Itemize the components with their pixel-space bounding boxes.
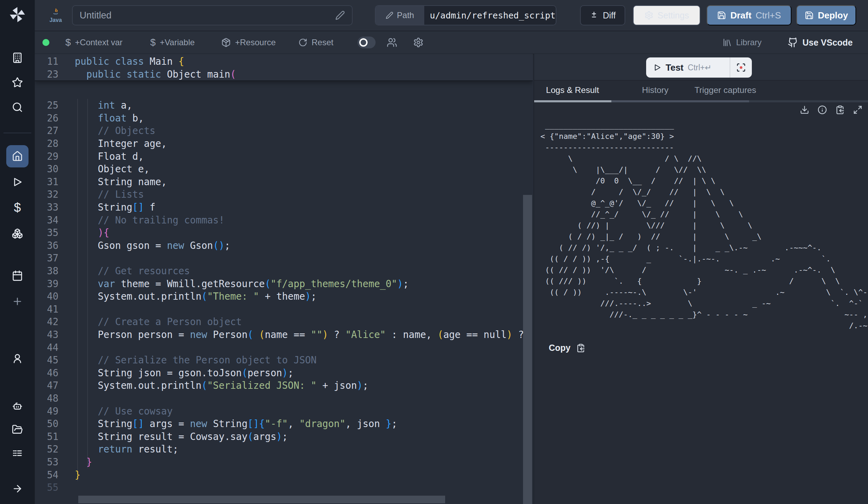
code-editor[interactable]: 25 int a,26 float b,27 // Objects28 Inte… xyxy=(35,54,533,504)
download-result-button[interactable] xyxy=(800,105,809,115)
add-variable-button[interactable]: $ +Variable xyxy=(150,31,195,54)
package-icon xyxy=(221,38,231,47)
edit-title-icon[interactable] xyxy=(335,10,345,20)
copy-result-button[interactable] xyxy=(835,105,845,115)
code-line: 29 Float d, xyxy=(35,150,533,163)
editor-settings-button[interactable] xyxy=(413,31,424,54)
code-line: 35 ){ xyxy=(35,226,533,239)
line-number: 41 xyxy=(35,304,58,315)
sidebar-item-user[interactable] xyxy=(6,347,29,370)
sidebar-item-play[interactable] xyxy=(6,171,29,193)
expand-result-button[interactable] xyxy=(853,105,862,115)
sidebar-item-building[interactable] xyxy=(6,47,29,69)
code-text: } xyxy=(75,469,81,480)
sidebar-item-home[interactable] xyxy=(6,145,29,167)
user-icon xyxy=(12,353,23,364)
use-vscode-button[interactable]: Use VScode xyxy=(788,31,853,54)
code-line: 11public class Main { xyxy=(35,55,533,68)
sticky-scroll: 11public class Main {23 public static Ob… xyxy=(35,54,533,81)
code-line: 36 Gson gson = new Gson(); xyxy=(35,239,533,252)
windmill-logo-icon[interactable] xyxy=(8,6,26,24)
sidebar-item-boxes[interactable] xyxy=(6,222,29,245)
save-draft-button[interactable]: Draft Ctrl+S xyxy=(707,5,791,25)
add-resource-button[interactable]: +Resource xyxy=(221,31,276,54)
deploy-button[interactable]: Deploy xyxy=(796,5,856,25)
line-number: 29 xyxy=(35,151,58,162)
code-line: 47 System.out.println("Serialized JSON: … xyxy=(35,379,533,392)
line-number: 27 xyxy=(35,125,58,136)
toggle-switch[interactable] xyxy=(357,37,376,48)
code-text: // Create a Person object xyxy=(75,316,242,327)
reset-button[interactable]: Reset xyxy=(298,31,333,54)
sidebar-item-dollar[interactable]: $ xyxy=(6,197,29,219)
editor-horizontal-scrollbar[interactable] xyxy=(78,496,445,503)
sidebar-item-list[interactable] xyxy=(6,442,29,464)
code-text: // Get resources xyxy=(75,265,190,276)
test-button-main[interactable]: Test Ctrl+↵ xyxy=(646,62,730,73)
line-number: 31 xyxy=(35,176,58,187)
sidebar-item-settings[interactable] xyxy=(6,371,29,393)
sidebar: $ xyxy=(0,0,35,504)
folder-open-icon xyxy=(12,424,23,435)
sidebar-item-bot[interactable] xyxy=(6,395,29,417)
library-button[interactable]: Library xyxy=(722,31,762,54)
sidebar-item-calendar[interactable] xyxy=(6,265,29,287)
code-line: 48 xyxy=(35,392,533,405)
diff-button[interactable]: Diff xyxy=(580,5,625,25)
top-bar: Java Untitled Path u/admin/refreshed_scr… xyxy=(35,0,868,31)
line-number: 35 xyxy=(35,227,58,238)
add-resource-label: +Resource xyxy=(235,38,276,47)
tabbar-secondary xyxy=(611,100,749,102)
sidebar-divider xyxy=(3,133,31,133)
gear-icon xyxy=(644,11,653,20)
collaborators-button[interactable] xyxy=(387,31,397,54)
code-line: 27 // Objects xyxy=(35,124,533,137)
code-line: 43 Person person = new Person( (name == … xyxy=(35,328,533,341)
line-number: 23 xyxy=(35,69,58,80)
line-number: 43 xyxy=(35,329,58,340)
editor-vertical-scrollbar[interactable] xyxy=(523,195,532,504)
tab-trigger-captures[interactable]: Trigger captures xyxy=(694,85,756,95)
code-text: public static Object main( xyxy=(75,69,236,80)
tab-logs-result[interactable]: Logs & Result xyxy=(546,85,599,95)
draft-shortcut: Ctrl+S xyxy=(756,10,781,21)
code-line: 25 int a, xyxy=(35,99,533,112)
test-row: Test Ctrl+↵ xyxy=(534,54,868,81)
code-text: return result; xyxy=(75,443,178,455)
java-language-icon: Java xyxy=(47,5,65,26)
sidebar-item-search[interactable] xyxy=(6,96,29,118)
line-number: 54 xyxy=(35,469,58,480)
clipboard-icon xyxy=(576,344,585,353)
line-number: 51 xyxy=(35,431,58,442)
line-number: 52 xyxy=(35,443,58,455)
sidebar-item-plus[interactable] xyxy=(6,290,29,313)
assistant-toggle[interactable] xyxy=(357,31,376,54)
sidebar-item-star[interactable] xyxy=(6,71,29,94)
code-text: Gson gson = new Gson(); xyxy=(75,240,230,251)
edit-path-icon xyxy=(386,11,393,19)
sidebar-item-folder-open[interactable] xyxy=(6,418,29,441)
add-context-var-button[interactable]: $ +Context var xyxy=(65,31,122,54)
calendar-icon xyxy=(12,270,23,281)
line-number: 25 xyxy=(35,100,58,111)
capture-run-button[interactable] xyxy=(730,63,752,72)
test-button[interactable]: Test Ctrl+↵ xyxy=(646,57,752,78)
code-text: var theme = Wmill.getResource("f/app_the… xyxy=(75,278,409,289)
result-info-button[interactable] xyxy=(818,105,827,115)
plus-icon xyxy=(12,296,23,307)
settings-button[interactable]: Settings xyxy=(633,5,700,25)
library-label: Library xyxy=(736,38,762,47)
path-field[interactable]: Path u/admin/refreshed_script xyxy=(375,5,556,25)
tab-history[interactable]: History xyxy=(642,85,668,95)
line-number: 53 xyxy=(35,456,58,467)
list-icon xyxy=(12,448,23,459)
sidebar-item-arrow-right[interactable] xyxy=(6,478,29,500)
home-icon xyxy=(12,151,23,162)
code-line: 41 xyxy=(35,303,533,316)
copy-button[interactable]: Copy xyxy=(549,343,585,353)
building-icon xyxy=(12,52,23,63)
script-title-input[interactable]: Untitled xyxy=(72,5,353,25)
add-variable-label: +Variable xyxy=(160,38,195,47)
code-text: Integer age, xyxy=(75,138,167,149)
code-text: Person person = new Person( (name == "")… xyxy=(75,329,524,340)
